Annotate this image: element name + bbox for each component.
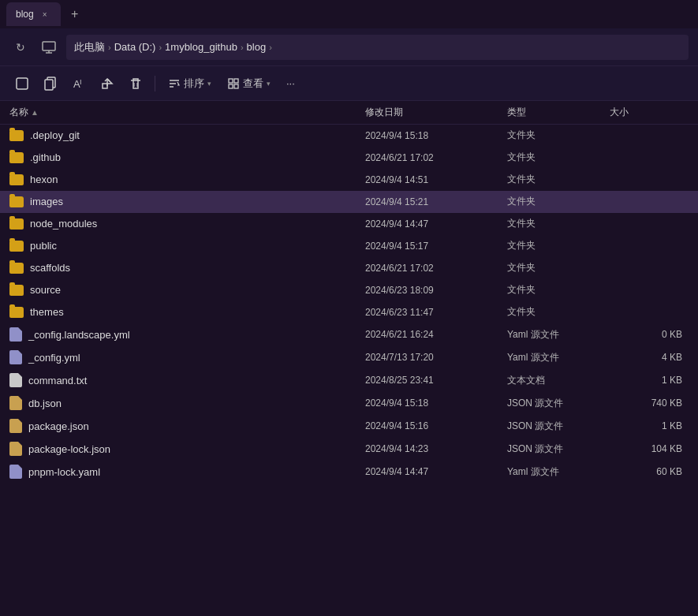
file-date: 2024/9/4 15:16 — [365, 420, 507, 431]
more-button[interactable]: ··· — [280, 71, 301, 96]
sort-label: 排序 — [184, 77, 204, 91]
breadcrumb-item-drive[interactable]: Data (D:) — [114, 41, 156, 53]
active-tab[interactable]: blog × — [6, 2, 61, 26]
copy-button[interactable] — [38, 71, 63, 96]
view-chevron-icon: ▾ — [267, 80, 271, 88]
file-type: 文件夹 — [507, 173, 610, 186]
file-size: 104 KB — [610, 443, 689, 454]
json-file-icon — [9, 442, 22, 456]
folder-icon — [9, 130, 24, 141]
file-type: JSON 源文件 — [507, 420, 610, 433]
refresh-button[interactable]: ↻ — [9, 36, 32, 58]
breadcrumb-item-repo[interactable]: 1myblog_github — [165, 41, 237, 53]
table-row[interactable]: command.txt 2024/8/25 23:41 文本文档 1 KB — [0, 369, 698, 392]
svg-rect-3 — [17, 78, 28, 89]
svg-rect-16 — [229, 84, 233, 88]
table-row[interactable]: themes 2024/6/23 11:47 文件夹 — [0, 301, 698, 323]
refresh-icon: ↻ — [16, 41, 25, 54]
table-row[interactable]: package-lock.json 2024/9/4 14:23 JSON 源文… — [0, 438, 698, 461]
file-type: Yaml 源文件 — [507, 465, 610, 479]
file-name: package.json — [9, 419, 365, 433]
sort-button[interactable]: 排序 ▾ — [162, 71, 218, 96]
computer-icon — [42, 40, 56, 54]
file-name-label: _config.yml — [28, 352, 80, 364]
view-icon — [227, 77, 240, 90]
file-name: pnpm-lock.yaml — [9, 465, 365, 479]
file-name: public — [9, 240, 365, 252]
file-name-label: _config.landscape.yml — [28, 329, 130, 341]
file-size: 4 KB — [610, 352, 689, 363]
file-name-label: package-lock.json — [28, 443, 110, 455]
copy-icon — [43, 77, 58, 91]
file-name: _config.landscape.yml — [9, 327, 365, 342]
file-name: source — [9, 284, 365, 296]
file-type: 文件夹 — [507, 195, 610, 208]
new-tab-button[interactable]: + — [64, 3, 86, 25]
file-date: 2024/7/13 17:20 — [365, 352, 507, 363]
table-row[interactable]: public 2024/9/4 15:17 文件夹 — [0, 235, 698, 257]
folder-icon — [9, 218, 24, 230]
file-list-header: 名称 ▲ 修改日期 类型 大小 — [0, 101, 698, 125]
column-header-name[interactable]: 名称 ▲ — [9, 106, 365, 119]
file-name-label: db.json — [28, 398, 62, 409]
file-name: .github — [9, 151, 365, 163]
table-row[interactable]: source 2024/6/23 18:09 文件夹 — [0, 279, 698, 301]
table-row[interactable]: hexon 2024/9/4 14:51 文件夹 — [0, 169, 698, 191]
file-name-label: .github — [30, 151, 61, 163]
share-button[interactable] — [95, 71, 120, 96]
table-row[interactable]: package.json 2024/9/4 15:16 JSON 源文件 1 K… — [0, 415, 698, 438]
delete-button[interactable] — [123, 71, 148, 96]
pin-button[interactable] — [9, 71, 35, 96]
file-date: 2024/9/4 14:47 — [365, 218, 507, 230]
json-file-icon — [9, 396, 22, 410]
file-name-label: node_modules — [30, 218, 97, 230]
table-row[interactable]: _config.landscape.yml 2024/6/21 16:24 Ya… — [0, 323, 698, 346]
file-date: 2024/6/21 16:24 — [365, 329, 507, 340]
sort-chevron-icon: ▾ — [207, 80, 211, 88]
table-row[interactable]: .deploy_git 2024/9/4 15:18 文件夹 — [0, 125, 698, 147]
view-button[interactable]: 查看 ▾ — [221, 71, 277, 96]
file-date: 2024/9/4 14:51 — [365, 174, 507, 185]
file-name: themes — [9, 306, 365, 318]
column-header-date[interactable]: 修改日期 — [365, 106, 507, 119]
tab-close-button[interactable]: × — [39, 8, 51, 21]
json-file-icon — [9, 419, 22, 433]
file-date: 2024/6/23 18:09 — [365, 285, 507, 296]
table-row[interactable]: pnpm-lock.yaml 2024/9/4 14:47 Yaml 源文件 6… — [0, 461, 698, 483]
table-row[interactable]: .github 2024/6/21 17:02 文件夹 — [0, 147, 698, 169]
column-header-type[interactable]: 类型 — [507, 106, 610, 119]
file-name: command.txt — [9, 373, 365, 387]
rename-icon: A I — [72, 77, 86, 91]
table-row[interactable]: _config.yml 2024/7/13 17:20 Yaml 源文件 4 K… — [0, 346, 698, 369]
file-name: _config.yml — [9, 350, 365, 364]
txt-file-icon — [9, 373, 22, 387]
breadcrumb-item-blog[interactable]: blog — [247, 41, 267, 53]
table-row[interactable]: scaffolds 2024/6/21 17:02 文件夹 — [0, 257, 698, 279]
file-name-label: package.json — [28, 420, 89, 432]
breadcrumb-item-computer[interactable]: 此电脑 — [74, 40, 105, 54]
rename-button[interactable]: A I — [66, 71, 91, 96]
file-name: scaffolds — [9, 262, 365, 274]
column-header-size[interactable]: 大小 — [610, 106, 689, 119]
more-icon: ··· — [286, 77, 295, 89]
file-type: 文件夹 — [507, 151, 610, 164]
table-row[interactable]: node_modules 2024/9/4 14:47 文件夹 — [0, 213, 698, 235]
table-row[interactable]: db.json 2024/9/4 15:18 JSON 源文件 740 KB — [0, 392, 698, 415]
delete-icon — [129, 77, 143, 91]
tab-bar: blog × + — [0, 0, 698, 28]
address-bar: ↻ 此电脑 › Data (D:) › 1myblog_github › blo… — [0, 28, 698, 66]
file-name-label: scaffolds — [30, 262, 70, 274]
svg-text:I: I — [80, 78, 82, 86]
table-row[interactable]: images 2024/9/4 15:21 文件夹 — [0, 191, 698, 213]
folder-icon — [9, 263, 24, 274]
file-rows-container: .deploy_git 2024/9/4 15:18 文件夹 .github 2… — [0, 125, 698, 483]
file-name-label: command.txt — [28, 375, 87, 386]
file-name-label: images — [30, 196, 63, 207]
computer-icon-btn[interactable] — [38, 36, 60, 58]
file-type: 文件夹 — [507, 217, 610, 230]
file-name-label: public — [30, 240, 57, 252]
file-name: node_modules — [9, 218, 365, 230]
folder-icon — [9, 196, 24, 207]
file-date: 2024/9/4 14:47 — [365, 466, 507, 477]
file-date: 2024/6/21 17:02 — [365, 152, 507, 163]
